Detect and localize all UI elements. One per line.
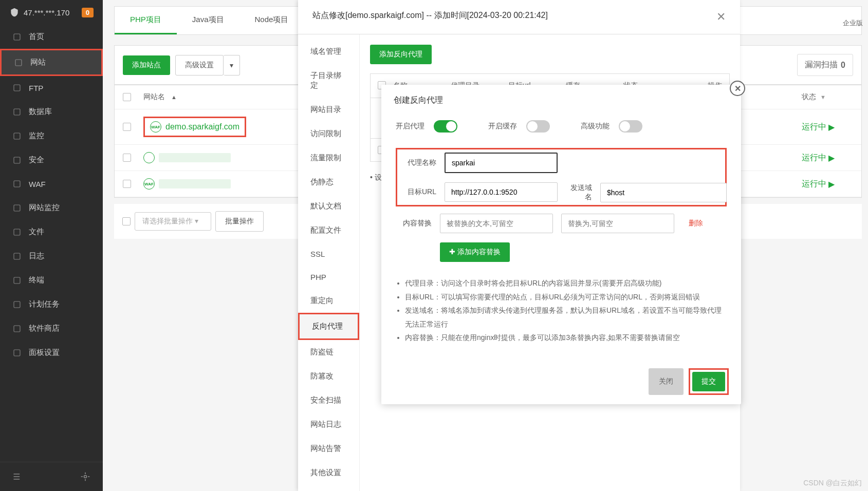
header-status[interactable]: 状态 [802, 92, 816, 102]
terminal-icon [12, 276, 22, 285]
svg-rect-9 [14, 253, 20, 259]
sidebar-item-ftp[interactable]: FTP [0, 76, 103, 100]
notification-badge[interactable]: 0 [82, 8, 94, 17]
edition-tag[interactable]: 企业版 [838, 15, 868, 31]
scan-info[interactable]: 漏洞扫描 0 [797, 54, 853, 76]
sidebar-item-home[interactable]: 首页 [0, 25, 103, 49]
batch-action-button[interactable]: 批量操作 [215, 211, 264, 232]
enable-proxy-toggle[interactable] [434, 120, 457, 133]
sidebar-item-waf[interactable]: WAF [0, 172, 103, 196]
modal-nav-item[interactable]: 其他设置 [298, 461, 359, 485]
scan-label: 漏洞扫描 [805, 60, 838, 70]
settings-icon [12, 348, 22, 357]
calendar-icon [12, 300, 22, 309]
tab[interactable]: Java项目 [177, 7, 239, 34]
header-name[interactable]: 网站名 [143, 92, 165, 102]
sidebar-item-calendar[interactable]: 计划任务 [0, 292, 103, 316]
svg-rect-13 [14, 350, 20, 356]
monitor-icon [12, 131, 22, 141]
advanced-toggle[interactable] [619, 120, 642, 133]
sidebar-item-database[interactable]: 数据库 [0, 100, 103, 124]
modal-nav-item[interactable]: 默认文档 [298, 194, 359, 218]
row-checkbox[interactable] [123, 180, 131, 188]
svg-rect-3 [14, 109, 20, 115]
sidebar-item-shield[interactable]: 安全 [0, 148, 103, 172]
home-icon [12, 32, 22, 42]
gear-icon[interactable] [80, 471, 90, 482]
tab[interactable]: PHP项目 [115, 7, 177, 34]
status-text: 运行中 [802, 179, 826, 190]
modal-nav-item[interactable]: 反向代理 [298, 313, 359, 340]
target-url-input[interactable] [445, 182, 558, 202]
shield-icon [9, 7, 20, 17]
watermark: CSDN @白云如幻 [803, 479, 862, 488]
add-reverse-proxy-button[interactable]: 添加反向代理 [370, 45, 432, 64]
collapse-icon[interactable] [12, 471, 23, 482]
modal-nav-item[interactable]: PHP [298, 266, 359, 289]
close-icon[interactable]: ✕ [730, 81, 745, 96]
svg-rect-4 [14, 133, 20, 139]
sidebar-item-globe[interactable]: 网站 [0, 49, 103, 76]
sidebar-item-settings[interactable]: 面板设置 [0, 341, 103, 365]
send-domain-input[interactable] [600, 183, 727, 202]
server-ip: 47.***.***.170 [24, 8, 69, 17]
proxy-name-input[interactable] [445, 153, 558, 173]
modal-nav-item[interactable]: 伪静态 [298, 170, 359, 194]
svg-rect-2 [14, 85, 20, 91]
sidebar-item-monitor[interactable]: 监控 [0, 124, 103, 148]
sidebar-item-log[interactable]: 日志 [0, 244, 103, 268]
row-checkbox[interactable] [123, 154, 131, 162]
advanced-dropdown-icon[interactable]: ▾ [224, 55, 240, 75]
sidebar-item-label: 安全 [29, 155, 44, 165]
sidebar-item-label: 软件商店 [29, 324, 60, 333]
modal-nav-item[interactable]: 网站目录 [298, 98, 359, 122]
replace-from-input[interactable] [440, 214, 553, 233]
select-all-checkbox[interactable] [123, 93, 131, 101]
modal-nav-item[interactable]: 流量限制 [298, 146, 359, 170]
sidebar-item-store[interactable]: 软件商店 [0, 316, 103, 341]
site-name[interactable]: demo.sparkaigf.com [165, 122, 239, 131]
status-text: 运行中 [802, 153, 826, 163]
sidebar-item-chart[interactable]: 网站监控 [0, 196, 103, 220]
sidebar-item-label: FTP [29, 84, 43, 92]
sidebar-item-folder[interactable]: 文件 [0, 220, 103, 244]
hint-item: 内容替换：只能在使用nginx时提供，最多可以添加3条替换内容,如果不需要替换请… [405, 331, 727, 345]
submit-button[interactable]: 提交 [692, 372, 725, 391]
modal-nav-item[interactable]: 网站日志 [298, 412, 359, 437]
row-checkbox[interactable] [123, 123, 131, 131]
modal-nav-item[interactable]: 配置文件 [298, 218, 359, 242]
modal2-title: 创建反向代理 [381, 85, 741, 116]
advanced-settings-button[interactable]: 高级设置 [175, 55, 224, 75]
modal-nav-item[interactable]: 重定向 [298, 289, 359, 313]
sidebar-header: 47.***.***.170 0 [0, 0, 103, 25]
svg-point-14 [84, 476, 87, 478]
modal-nav-item[interactable]: 防篡改 [298, 364, 359, 388]
tab[interactable]: Node项目 [239, 7, 304, 34]
status-text: 运行中 [802, 122, 826, 133]
sidebar-item-terminal[interactable]: 终端 [0, 268, 103, 292]
batch-checkbox[interactable] [122, 217, 131, 225]
modal-nav-item[interactable]: 安全扫描 [298, 388, 359, 412]
shield-icon [12, 156, 22, 165]
close-icon[interactable]: ✕ [716, 10, 726, 24]
modal-nav-item[interactable]: SSL [298, 242, 359, 266]
svg-rect-7 [14, 205, 20, 211]
close-button[interactable]: 关闭 [649, 368, 684, 395]
sidebar-item-label: 首页 [29, 32, 44, 42]
add-content-replace-button[interactable]: ✚ 添加内容替换 [440, 242, 510, 262]
batch-select[interactable]: 请选择批量操作 ▾ [135, 212, 211, 231]
modal-nav-item[interactable]: 网站告警 [298, 437, 359, 461]
advanced-label: 高级功能 [581, 122, 610, 131]
add-site-button[interactable]: 添加站点 [123, 55, 170, 75]
target-url-label: 目标URL [400, 187, 436, 197]
modal-nav-item[interactable]: 访问限制 [298, 122, 359, 146]
modal-nav-item[interactable]: 子目录绑定 [298, 64, 359, 98]
log-icon [12, 252, 22, 261]
chart-icon [12, 203, 22, 213]
modal-nav-item[interactable]: 防盗链 [298, 340, 359, 364]
delete-link[interactable]: 删除 [689, 219, 703, 228]
modal-nav-item[interactable]: 域名管理 [298, 40, 359, 64]
enable-cache-toggle[interactable] [526, 120, 550, 133]
replace-to-input[interactable] [561, 214, 674, 233]
enable-cache-label: 开启缓存 [488, 122, 517, 131]
